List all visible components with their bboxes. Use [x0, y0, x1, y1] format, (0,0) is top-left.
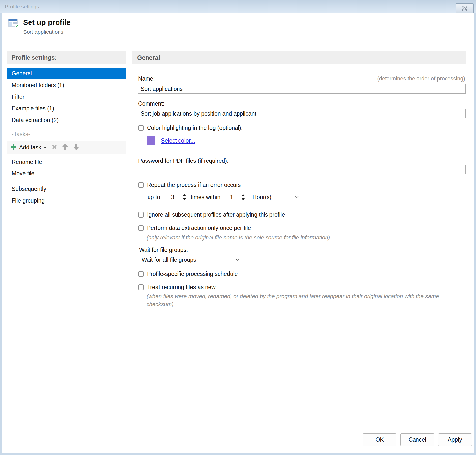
- schedule-label: Profile-specific processing schedule: [147, 271, 238, 277]
- retry-count-up-button[interactable]: [181, 193, 188, 197]
- sidebar-item-general[interactable]: General: [7, 68, 126, 79]
- sidebar-item-example-files[interactable]: Example files (1): [7, 103, 126, 114]
- schedule-row: Profile-specific processing schedule: [138, 271, 238, 277]
- interval-up-button[interactable]: [239, 193, 247, 197]
- setup-profile-icon: [8, 19, 20, 29]
- wait-groups-value: Wait for all file groups: [142, 257, 196, 263]
- color-highlighting-label: Color highlighting in the log (optional)…: [147, 125, 243, 131]
- spin-down-icon: [183, 198, 186, 200]
- name-hint: (determines the order of processing): [377, 75, 465, 82]
- retry-count-value: 3: [164, 193, 181, 202]
- recurring-row: Treat recurring files as new: [138, 284, 216, 291]
- chevron-down-icon: [295, 195, 299, 199]
- pdf-password-label: Password for PDF files (if required):: [138, 158, 228, 164]
- wait-groups-select[interactable]: Wait for all file groups: [138, 255, 243, 265]
- add-task-button[interactable]: Add task: [10, 143, 49, 152]
- apply-button[interactable]: Apply: [438, 433, 472, 446]
- interval-unit-select[interactable]: Hour(s): [249, 193, 302, 202]
- recurring-note: (when files were moved, renamed, or dele…: [147, 292, 464, 308]
- move-task-up-button[interactable]: [60, 142, 71, 153]
- schedule-checkbox[interactable]: [138, 271, 144, 277]
- sidebar-separator: [11, 180, 88, 180]
- sidebar-header: Profile settings:: [7, 51, 126, 64]
- wait-groups-label: Wait for file groups:: [139, 247, 188, 253]
- interval-stepper[interactable]: 1: [223, 193, 247, 202]
- spin-up-icon: [242, 194, 245, 196]
- comment-label: Comment:: [138, 100, 164, 107]
- sidebar-item-file-grouping[interactable]: File grouping: [7, 195, 126, 207]
- up-to-label: up to: [148, 194, 160, 201]
- select-color-link[interactable]: Select color...: [161, 137, 195, 144]
- recurring-checkbox[interactable]: [138, 284, 144, 290]
- sidebar-nav: General Monitored folders (1) Filter Exa…: [7, 68, 126, 126]
- sidebar-item-subsequently[interactable]: Subsequently: [7, 183, 126, 195]
- name-input[interactable]: [138, 84, 466, 94]
- extract-once-row: Perform data extraction only once per fi…: [138, 225, 251, 231]
- repeat-process-label: Repeat the process if an error occurs: [147, 182, 241, 188]
- ok-button[interactable]: OK: [363, 433, 396, 446]
- extract-once-label: Perform data extraction only once per fi…: [147, 225, 251, 231]
- after-task-list: Subsequently File grouping: [7, 183, 126, 207]
- comment-input[interactable]: [138, 109, 466, 118]
- recurring-label: Treat recurring files as new: [147, 284, 216, 291]
- extract-once-note: (only relevant if the original file name…: [147, 234, 330, 242]
- repeat-process-row: Repeat the process if an error occurs: [138, 182, 241, 188]
- color-swatch[interactable]: [147, 136, 155, 145]
- profile-settings-dialog: Profile settings Set up profile Sort app…: [0, 0, 476, 455]
- add-icon: [10, 144, 17, 151]
- page-subtitle: Sort applications: [23, 29, 63, 35]
- arrow-up-icon: [62, 143, 68, 152]
- ignore-subsequent-row: Ignore all subsequent profiles after app…: [138, 211, 285, 218]
- pdf-password-input[interactable]: [138, 165, 466, 174]
- task-item-rename-file[interactable]: Rename file: [7, 156, 126, 168]
- times-within-label: times within: [191, 194, 220, 201]
- header-divider: [6, 45, 470, 45]
- sidebar-left-edge: [6, 45, 6, 422]
- ignore-subsequent-checkbox[interactable]: [138, 212, 144, 218]
- panel-divider: [128, 45, 128, 422]
- retry-count-stepper[interactable]: 3: [164, 193, 188, 202]
- sidebar-item-filter[interactable]: Filter: [7, 91, 126, 103]
- task-item-move-file[interactable]: Move file: [7, 168, 126, 179]
- spin-down-icon: [242, 198, 245, 200]
- sidebar-item-data-extraction[interactable]: Data extraction (2): [7, 114, 126, 126]
- interval-value: 1: [223, 193, 239, 202]
- move-task-down-button[interactable]: [71, 142, 82, 153]
- cancel-button[interactable]: Cancel: [400, 433, 434, 446]
- tasks-toolbar: Add task: [7, 141, 126, 154]
- close-button[interactable]: [456, 3, 474, 14]
- delete-task-button[interactable]: [49, 142, 60, 153]
- repeat-process-checkbox[interactable]: [138, 182, 144, 188]
- tasks-section-label: -Tasks-: [12, 131, 30, 138]
- sidebar-item-monitored-folders[interactable]: Monitored folders (1): [7, 79, 126, 91]
- section-title: General: [132, 51, 466, 64]
- spin-up-icon: [183, 194, 186, 196]
- interval-down-button[interactable]: [239, 197, 247, 202]
- dropdown-caret-icon: [44, 145, 47, 150]
- color-highlighting-checkbox[interactable]: [138, 125, 144, 131]
- repeat-settings-row: up to 3 times within 1 Hour(s): [148, 193, 302, 202]
- chevron-down-icon: [236, 258, 240, 262]
- interval-unit-value: Hour(s): [252, 194, 271, 201]
- retry-count-down-button[interactable]: [181, 197, 188, 202]
- task-list: Rename file Move file: [7, 156, 126, 179]
- extract-once-checkbox[interactable]: [138, 225, 144, 231]
- arrow-down-icon: [73, 143, 79, 152]
- page-title: Set up profile: [23, 18, 71, 27]
- window-title: Profile settings: [5, 4, 39, 10]
- color-highlighting-row: Color highlighting in the log (optional)…: [138, 125, 243, 131]
- name-label: Name:: [138, 75, 155, 82]
- close-icon: [462, 6, 468, 12]
- add-task-label: Add task: [19, 144, 41, 151]
- title-bar[interactable]: Profile settings: [0, 0, 476, 13]
- ignore-subsequent-label: Ignore all subsequent profiles after app…: [147, 211, 285, 218]
- delete-icon: [51, 144, 58, 151]
